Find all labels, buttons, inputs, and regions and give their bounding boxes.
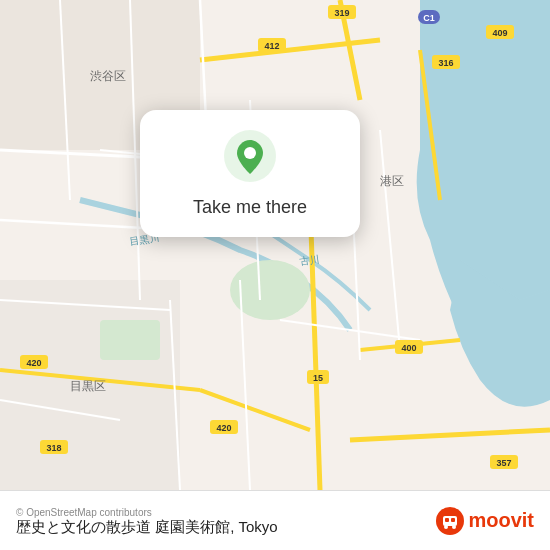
svg-text:409: 409 (492, 28, 507, 38)
attribution-text: © OpenStreetMap contributors (16, 507, 278, 518)
bottom-bar-content: © OpenStreetMap contributors 歴史と文化の散歩道 庭… (16, 505, 534, 537)
svg-text:420: 420 (26, 358, 41, 368)
svg-text:目黒区: 目黒区 (70, 379, 106, 393)
svg-point-62 (452, 525, 456, 529)
svg-text:412: 412 (264, 41, 279, 51)
svg-text:400: 400 (401, 343, 416, 353)
take-me-there-button[interactable]: Take me there (193, 196, 307, 219)
popup-bubble: Take me there (140, 110, 360, 237)
svg-text:420: 420 (216, 423, 231, 433)
svg-text:319: 319 (334, 8, 349, 18)
svg-text:港区: 港区 (380, 174, 404, 188)
svg-rect-60 (451, 518, 455, 522)
map-pin-icon (224, 130, 276, 182)
svg-text:316: 316 (438, 58, 453, 68)
svg-point-61 (444, 525, 448, 529)
svg-point-56 (244, 147, 256, 159)
moovit-wordmark: moovit (468, 509, 534, 532)
bottom-bar: © OpenStreetMap contributors 歴史と文化の散歩道 庭… (0, 490, 550, 550)
map-container: 412 319 316 C1 409 15 420 420 400 318 35… (0, 0, 550, 490)
moovit-logo: moovit (436, 507, 534, 535)
svg-rect-59 (445, 518, 449, 522)
location-label: 歴史と文化の散歩道 庭園美術館, Tokyo (16, 518, 278, 537)
svg-text:C1: C1 (423, 13, 435, 23)
svg-text:15: 15 (313, 373, 323, 383)
svg-text:渋谷区: 渋谷区 (90, 69, 126, 83)
moovit-bus-icon (436, 507, 464, 535)
svg-text:357: 357 (496, 458, 511, 468)
svg-text:318: 318 (46, 443, 61, 453)
svg-rect-4 (100, 320, 160, 360)
